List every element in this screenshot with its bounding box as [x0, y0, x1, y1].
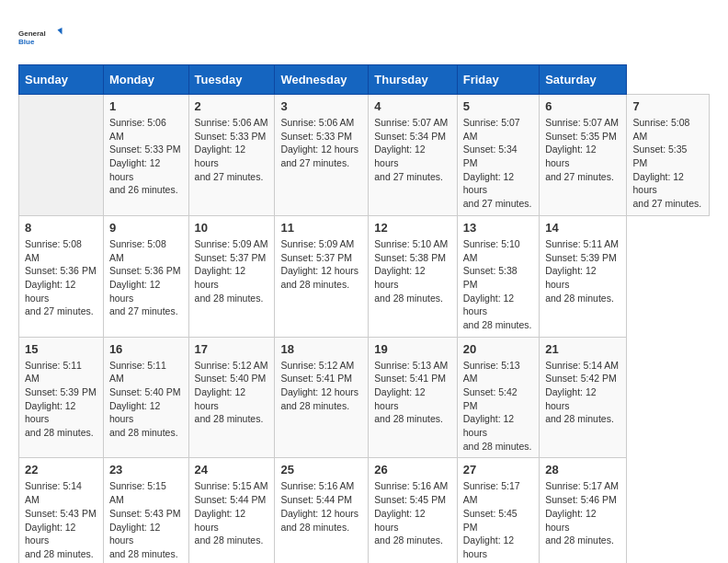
day-info: Sunrise: 5:07 AMSunset: 5:34 PMDaylight:… — [463, 116, 533, 211]
header-cell-saturday: Saturday — [540, 65, 627, 95]
day-info: Sunrise: 5:13 AMSunset: 5:41 PMDaylight:… — [374, 359, 450, 426]
day-info: Sunrise: 5:17 AMSunset: 5:45 PMDaylight:… — [463, 479, 533, 563]
header-cell-tuesday: Tuesday — [188, 65, 275, 95]
calendar-cell: 1Sunrise: 5:06 AMSunset: 5:33 PMDaylight… — [103, 95, 188, 216]
day-info: Sunrise: 5:16 AMSunset: 5:44 PMDaylight:… — [280, 479, 362, 534]
day-info: Sunrise: 5:11 AMSunset: 5:40 PMDaylight:… — [109, 359, 183, 440]
day-info: Sunrise: 5:09 AMSunset: 5:37 PMDaylight:… — [195, 237, 269, 304]
header-cell-sunday: Sunday — [19, 65, 104, 95]
header-row: SundayMondayTuesdayWednesdayThursdayFrid… — [19, 65, 710, 95]
day-info: Sunrise: 5:08 AMSunset: 5:36 PMDaylight:… — [25, 237, 97, 318]
day-number: 23 — [109, 463, 183, 477]
day-number: 27 — [463, 463, 533, 477]
day-number: 17 — [195, 342, 269, 356]
calendar-cell: 14Sunrise: 5:11 AMSunset: 5:39 PMDayligh… — [540, 215, 627, 337]
header-cell-friday: Friday — [457, 65, 539, 95]
calendar-cell: 16Sunrise: 5:11 AMSunset: 5:40 PMDayligh… — [103, 337, 188, 458]
calendar-cell: 26Sunrise: 5:16 AMSunset: 5:45 PMDayligh… — [369, 458, 457, 563]
day-number: 24 — [195, 463, 269, 477]
svg-text:General: General — [18, 29, 46, 38]
header-cell-wednesday: Wednesday — [275, 65, 369, 95]
day-info: Sunrise: 5:17 AMSunset: 5:46 PMDaylight:… — [545, 479, 620, 546]
day-number: 4 — [374, 99, 450, 113]
day-number: 3 — [280, 99, 362, 113]
header-cell-monday: Monday — [103, 65, 188, 95]
day-number: 28 — [545, 463, 620, 477]
calendar-cell: 25Sunrise: 5:16 AMSunset: 5:44 PMDayligh… — [275, 458, 369, 563]
day-number: 5 — [463, 99, 533, 113]
calendar-cell: 27Sunrise: 5:17 AMSunset: 5:45 PMDayligh… — [457, 458, 539, 563]
calendar-cell: 23Sunrise: 5:15 AMSunset: 5:43 PMDayligh… — [103, 458, 188, 563]
logo-svg: General Blue — [18, 18, 64, 55]
day-number: 11 — [280, 221, 362, 235]
day-number: 2 — [195, 99, 269, 113]
calendar-cell: 15Sunrise: 5:11 AMSunset: 5:39 PMDayligh… — [19, 337, 104, 458]
calendar-cell: 19Sunrise: 5:13 AMSunset: 5:41 PMDayligh… — [369, 337, 457, 458]
calendar-cell: 11Sunrise: 5:09 AMSunset: 5:37 PMDayligh… — [275, 215, 369, 337]
day-number: 18 — [280, 342, 362, 356]
day-info: Sunrise: 5:07 AMSunset: 5:34 PMDaylight:… — [374, 116, 450, 183]
day-number: 1 — [109, 99, 183, 113]
header-cell-thursday: Thursday — [369, 65, 457, 95]
day-info: Sunrise: 5:13 AMSunset: 5:42 PMDaylight:… — [463, 359, 533, 454]
day-info: Sunrise: 5:06 AMSunset: 5:33 PMDaylight:… — [195, 116, 269, 183]
day-info: Sunrise: 5:15 AMSunset: 5:44 PMDaylight:… — [195, 479, 269, 546]
day-number: 12 — [374, 221, 450, 235]
day-info: Sunrise: 5:06 AMSunset: 5:33 PMDaylight:… — [280, 116, 362, 170]
day-info: Sunrise: 5:08 AMSunset: 5:36 PMDaylight:… — [109, 237, 183, 318]
day-info: Sunrise: 5:14 AMSunset: 5:43 PMDaylight:… — [25, 479, 97, 560]
day-info: Sunrise: 5:10 AMSunset: 5:38 PMDaylight:… — [463, 237, 533, 332]
day-info: Sunrise: 5:12 AMSunset: 5:41 PMDaylight:… — [280, 359, 362, 413]
day-number: 21 — [545, 342, 620, 356]
day-number: 25 — [280, 463, 362, 477]
calendar-cell: 3Sunrise: 5:06 AMSunset: 5:33 PMDaylight… — [275, 95, 369, 216]
calendar-table: SundayMondayTuesdayWednesdayThursdayFrid… — [18, 64, 710, 563]
day-number: 10 — [195, 221, 269, 235]
calendar-week-1: 1Sunrise: 5:06 AMSunset: 5:33 PMDaylight… — [19, 95, 710, 216]
calendar-cell: 22Sunrise: 5:14 AMSunset: 5:43 PMDayligh… — [19, 458, 104, 563]
day-number: 15 — [25, 342, 97, 356]
calendar-cell: 5Sunrise: 5:07 AMSunset: 5:34 PMDaylight… — [457, 95, 539, 216]
day-info: Sunrise: 5:08 AMSunset: 5:35 PMDaylight:… — [632, 116, 703, 211]
calendar-cell: 9Sunrise: 5:08 AMSunset: 5:36 PMDaylight… — [103, 215, 188, 337]
calendar-header: SundayMondayTuesdayWednesdayThursdayFrid… — [19, 65, 710, 95]
day-number: 14 — [545, 221, 620, 235]
day-info: Sunrise: 5:07 AMSunset: 5:35 PMDaylight:… — [545, 116, 620, 183]
calendar-cell: 21Sunrise: 5:14 AMSunset: 5:42 PMDayligh… — [540, 337, 627, 458]
day-number: 9 — [109, 221, 183, 235]
day-info: Sunrise: 5:11 AMSunset: 5:39 PMDaylight:… — [545, 237, 620, 304]
calendar-cell: 12Sunrise: 5:10 AMSunset: 5:38 PMDayligh… — [369, 215, 457, 337]
day-info: Sunrise: 5:10 AMSunset: 5:38 PMDaylight:… — [374, 237, 450, 304]
day-info: Sunrise: 5:16 AMSunset: 5:45 PMDaylight:… — [374, 479, 450, 546]
day-number: 16 — [109, 342, 183, 356]
svg-text:Blue: Blue — [18, 38, 35, 46]
day-info: Sunrise: 5:09 AMSunset: 5:37 PMDaylight:… — [280, 237, 362, 292]
day-number: 13 — [463, 221, 533, 235]
day-number: 20 — [463, 342, 533, 356]
day-number: 8 — [25, 221, 97, 235]
logo: General Blue — [18, 18, 64, 55]
calendar-cell: 2Sunrise: 5:06 AMSunset: 5:33 PMDaylight… — [188, 95, 275, 216]
svg-marker-2 — [58, 28, 63, 35]
calendar-cell: 8Sunrise: 5:08 AMSunset: 5:36 PMDaylight… — [19, 215, 104, 337]
day-number: 22 — [25, 463, 97, 477]
day-number: 26 — [374, 463, 450, 477]
calendar-cell: 18Sunrise: 5:12 AMSunset: 5:41 PMDayligh… — [275, 337, 369, 458]
day-info: Sunrise: 5:14 AMSunset: 5:42 PMDaylight:… — [545, 359, 620, 426]
calendar-cell: 6Sunrise: 5:07 AMSunset: 5:35 PMDaylight… — [540, 95, 627, 216]
calendar-cell: 4Sunrise: 5:07 AMSunset: 5:34 PMDaylight… — [369, 95, 457, 216]
day-number: 6 — [545, 99, 620, 113]
empty-cell — [19, 95, 104, 216]
calendar-cell: 20Sunrise: 5:13 AMSunset: 5:42 PMDayligh… — [457, 337, 539, 458]
page-header: General Blue — [18, 18, 710, 55]
calendar-cell: 7Sunrise: 5:08 AMSunset: 5:35 PMDaylight… — [627, 95, 710, 216]
calendar-cell: 10Sunrise: 5:09 AMSunset: 5:37 PMDayligh… — [188, 215, 275, 337]
day-info: Sunrise: 5:12 AMSunset: 5:40 PMDaylight:… — [195, 359, 269, 426]
calendar-week-4: 22Sunrise: 5:14 AMSunset: 5:43 PMDayligh… — [19, 458, 710, 563]
calendar-body: 1Sunrise: 5:06 AMSunset: 5:33 PMDaylight… — [19, 95, 710, 564]
calendar-cell: 28Sunrise: 5:17 AMSunset: 5:46 PMDayligh… — [540, 458, 627, 563]
calendar-cell: 13Sunrise: 5:10 AMSunset: 5:38 PMDayligh… — [457, 215, 539, 337]
day-number: 19 — [374, 342, 450, 356]
calendar-cell: 17Sunrise: 5:12 AMSunset: 5:40 PMDayligh… — [188, 337, 275, 458]
calendar-cell: 24Sunrise: 5:15 AMSunset: 5:44 PMDayligh… — [188, 458, 275, 563]
